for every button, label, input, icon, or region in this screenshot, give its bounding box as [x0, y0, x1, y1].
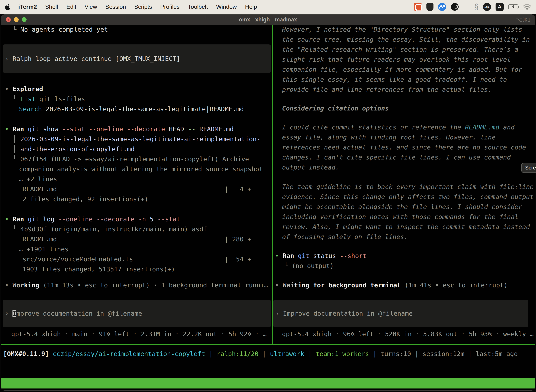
traffic-lights: [6, 17, 27, 22]
reasoning-line: slight risk that future readers may over…: [282, 54, 511, 65]
output-line: companion analysis without altering the …: [19, 164, 263, 174]
command-line-git-show: • Ran git show --stat --oneline --decora…: [5, 124, 234, 134]
explored-search-line: Search 2026-03-09-is-legal-the-same-as-l…: [19, 104, 244, 114]
output-truncation-line: … +1901 lines: [19, 244, 69, 254]
dots-grid-icon[interactable]: [463, 4, 470, 10]
screen-tooltip: Scre: [521, 163, 536, 173]
zigzag-icon[interactable]: [438, 3, 446, 11]
pane-divider-horizontal: [1, 344, 535, 345]
session-stats-right: gpt-5.4 xhigh · 96% left · 520K in · 5.8…: [282, 329, 534, 339]
reasoning-line: essay file, along with finding root file…: [282, 132, 496, 142]
menu-item-window[interactable]: Window: [216, 4, 237, 10]
badge-61-icon[interactable]: ..61: [483, 3, 491, 11]
squiggle-icon[interactable]: §: [474, 3, 478, 11]
reasoning-line: changes, I can't cite specific file line…: [282, 152, 511, 162]
reasoning-line: The team guideline is to back every impo…: [282, 182, 534, 192]
reasoning-line: including verification notes with those …: [282, 212, 518, 222]
menu-item-edit[interactable]: Edit: [66, 4, 76, 10]
reasoning-line: I could cite commit statistics or refere…: [282, 122, 515, 132]
reasoning-line: might be acceptable alongside the file l…: [282, 202, 522, 212]
diffstat-summary-line: 2 files changed, 92 insertions(+): [23, 194, 148, 204]
menu-items: iTerm2 Shell Edit View Session Scripts P…: [18, 4, 257, 10]
reasoning-line: this single essay, it seems like a good …: [282, 75, 507, 84]
macos-menu-bar: iTerm2 Shell Edit View Session Scripts P…: [0, 0, 536, 14]
output-line: └ 067f154 (HEAD -> essay/ai-reimplementa…: [13, 154, 249, 164]
close-button[interactable]: [6, 17, 11, 22]
reasoning-line: However, I noticed the "Directory Struct…: [282, 24, 522, 34]
reasoning-line: references need actual files, and since …: [282, 142, 526, 152]
agents-note-line: └ No agents completed yet: [13, 24, 108, 34]
reasoning-line: the source tree, missing the essay. Stil…: [282, 34, 530, 44]
ralph-inject-line: › Ralph loop active continue [OMX_TMUX_I…: [5, 54, 180, 64]
tmux-status-bar: [omx-cczip0:bash* "MacBook-Pro-44.local"…: [1, 378, 535, 388]
desktop: iTerm2 Shell Edit View Session Scripts P…: [0, 0, 536, 392]
window-title-bar[interactable]: omx --xhigh --madmax ⌥⌘1: [1, 14, 535, 25]
command-line-git-log: • Ran git log --oneline --decorate -n 5 …: [5, 214, 180, 224]
command-arg-line: │ and-the-erosion-of-copyleft.md: [13, 144, 135, 154]
minimize-button[interactable]: [14, 17, 19, 22]
menu-item-shell[interactable]: Shell: [45, 4, 58, 10]
reasoning-line: the "Related research writing" section i…: [282, 44, 518, 54]
menu-item-view[interactable]: View: [85, 4, 97, 10]
reasoning-line: output instead.: [282, 162, 339, 172]
prompt-text-right[interactable]: › Improve documentation in @filename: [275, 308, 412, 318]
apple-menu-icon[interactable]: [5, 3, 11, 10]
prompt-text-left[interactable]: › Improve documentation in @filename: [5, 308, 142, 318]
explored-list-line: └ List git ls-files: [13, 94, 85, 104]
tmux-window-label: [omx-cczip0:bash*: [3, 388, 68, 391]
menu-bar-status-icons: § ..61 A: [414, 3, 534, 11]
diffstat-line: README.md | 280 +: [23, 234, 251, 244]
waiting-status-line: • Waiting for background terminal (1m 41…: [275, 280, 507, 290]
reasoning-line: review. Also, I might want to inspect th…: [282, 222, 530, 232]
pane-divider-vertical[interactable]: [272, 25, 273, 345]
battery-icon[interactable]: [508, 5, 518, 9]
output-truncation-line: … +2 lines: [19, 174, 57, 184]
reasoning-line: provide file and line references from th…: [282, 84, 492, 94]
menu-item-toolbelt[interactable]: Toolbelt: [188, 4, 208, 10]
reasoning-line: of focusing solely on file lines.: [282, 232, 408, 242]
assistant-a-icon[interactable]: A: [496, 3, 504, 11]
output-line: └ 4b9d30f (origin/main, instructkr/main,…: [13, 224, 207, 234]
menu-item-help[interactable]: Help: [245, 4, 257, 10]
omx-status-line: [OMX#0.11.9] cczip/essay/ai-reimplementa…: [3, 349, 518, 359]
working-status-line: • Working (11m 13s • esc to interrupt) ·…: [5, 280, 268, 290]
diffstat-summary-line: 1903 files changed, 513517 insertions(+): [23, 264, 175, 274]
zoom-button[interactable]: [22, 17, 27, 22]
iterm2-window: omx --xhigh --madmax ⌥⌘1 └ No agents com…: [1, 14, 535, 391]
session-stats-left: gpt-5.4 xhigh · main · 91% left · 2.31M …: [11, 329, 267, 339]
menu-item-profiles[interactable]: Profiles: [160, 4, 180, 10]
menu-item-session[interactable]: Session: [105, 4, 126, 10]
diffstat-line: README.md | 4 +: [23, 184, 251, 194]
reasoning-line: evidence. Since this change only affects…: [282, 192, 534, 202]
window-shortcut-badge: ⌥⌘1: [516, 17, 531, 23]
command-arg-line: │ 2026-03-09-is-legal-the-same-as-legiti…: [13, 134, 260, 144]
command-line-git-status: • Ran git status --short: [275, 251, 366, 261]
reasoning-line: companion file, especially if more comme…: [282, 65, 522, 75]
menu-item-iterm2[interactable]: iTerm2: [18, 4, 37, 10]
output-line: └ (no output): [284, 261, 334, 271]
shield-grid-icon[interactable]: [426, 3, 433, 11]
reasoning-heading: Considering citation options: [282, 103, 389, 113]
terminal-content: └ No agents completed yet › Ralph loop a…: [1, 25, 535, 390]
explored-header-line: • Explored: [5, 84, 43, 94]
window-title: omx --xhigh --madmax: [239, 17, 297, 23]
crescent-icon[interactable]: [451, 3, 459, 11]
diffstat-line: src/voice/voiceModeEnabled.ts | 54 +: [23, 254, 251, 264]
menu-item-scripts[interactable]: Scripts: [134, 4, 152, 10]
wifi-icon[interactable]: [523, 4, 531, 10]
chat-icon[interactable]: [414, 3, 422, 11]
